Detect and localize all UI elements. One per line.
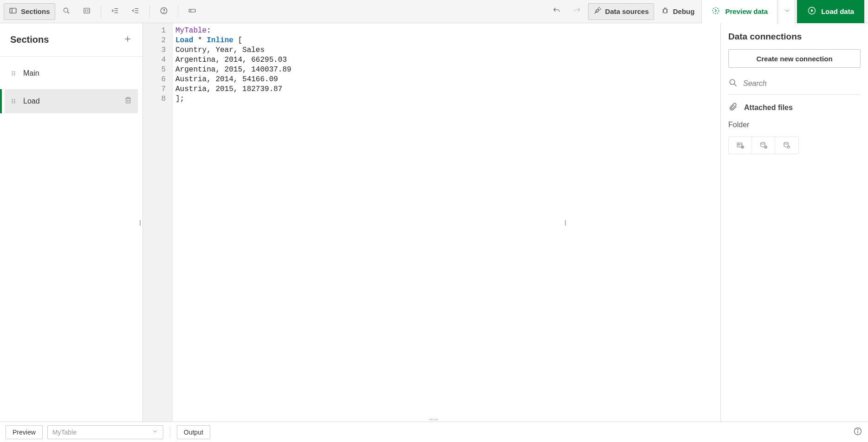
field-icon: [188, 6, 196, 16]
bottom-divider: [170, 426, 170, 438]
load-data-label: Load data: [821, 7, 854, 15]
code-content[interactable]: MyTable:Load * Inline [Country, Year, Sa…: [173, 23, 720, 422]
svg-point-38: [12, 99, 13, 100]
data-sources-label: Data sources: [605, 7, 649, 15]
preview-dropdown-button[interactable]: [779, 0, 795, 23]
svg-point-40: [12, 103, 13, 104]
line-number: 6: [143, 75, 172, 84]
line-number: 3: [143, 46, 172, 55]
delete-section-button[interactable]: [124, 96, 132, 106]
preview-icon: [711, 6, 720, 17]
chevron-down-icon: [152, 428, 158, 436]
add-section-button[interactable]: [123, 34, 132, 45]
svg-line-24: [667, 9, 667, 10]
paperclip-icon: [728, 102, 738, 113]
svg-line-19: [595, 12, 596, 13]
svg-rect-0: [10, 8, 16, 13]
output-tab-button[interactable]: Output: [177, 425, 210, 439]
svg-line-48: [734, 84, 737, 86]
attached-files-header: Attached files: [728, 102, 861, 113]
svg-point-55: [784, 143, 788, 144]
preview-data-button[interactable]: Preview data: [701, 0, 777, 23]
folder-label: Folder: [728, 121, 861, 129]
preview-data-label: Preview data: [725, 7, 768, 15]
code-line[interactable]: Load * Inline [: [175, 36, 718, 46]
sections-toggle-button[interactable]: Sections: [4, 3, 55, 20]
svg-line-18: [600, 9, 601, 10]
toolbar-divider: [149, 6, 150, 18]
drag-handle-icon[interactable]: [10, 98, 17, 104]
svg-point-34: [12, 75, 13, 76]
bottom-panel-resize-handle[interactable]: ══: [429, 416, 439, 422]
panel-resize-handle-left[interactable]: ||: [139, 219, 143, 226]
svg-point-37: [14, 75, 15, 76]
preview-table-select[interactable]: MyTable: [47, 425, 163, 439]
edit-connection-button[interactable]: [775, 137, 798, 154]
svg-point-27: [713, 7, 719, 13]
line-number: 1: [143, 26, 172, 36]
code-line[interactable]: MyTable:: [175, 26, 718, 36]
outdent-button[interactable]: [126, 3, 145, 20]
sections-toggle-label: Sections: [21, 7, 50, 15]
svg-point-42: [14, 101, 15, 102]
svg-line-17: [598, 7, 599, 8]
svg-marker-29: [811, 9, 813, 13]
select-data-button[interactable]: [729, 137, 752, 154]
insert-script-button[interactable]: [752, 137, 775, 154]
section-item-label: Main: [23, 69, 39, 78]
svg-rect-4: [84, 8, 90, 13]
code-line[interactable]: Argentina, 2015, 140037.89: [175, 65, 718, 75]
indent-button[interactable]: [106, 3, 124, 20]
section-list: Main Load: [0, 57, 143, 118]
svg-point-36: [14, 73, 15, 74]
svg-point-20: [663, 9, 667, 13]
search-button[interactable]: [57, 3, 76, 20]
sections-panel: Sections Main Load: [0, 23, 143, 422]
svg-rect-44: [126, 98, 130, 103]
script-editor[interactable]: 12345678 MyTable:Load * Inline [Country,…: [143, 23, 720, 422]
comment-icon: [83, 6, 91, 16]
connections-search-input[interactable]: [742, 79, 861, 88]
create-connection-button[interactable]: Create new connection: [728, 49, 861, 68]
svg-line-26: [667, 12, 667, 13]
redo-button[interactable]: [568, 3, 586, 20]
preview-tab-button[interactable]: Preview: [6, 425, 43, 439]
svg-point-58: [857, 429, 858, 430]
code-line[interactable]: ];: [175, 94, 718, 104]
svg-point-47: [730, 79, 735, 84]
load-data-button[interactable]: Load data: [797, 0, 864, 23]
help-icon: [160, 6, 168, 16]
panel-icon: [9, 6, 17, 16]
svg-point-2: [64, 8, 68, 12]
line-number: 5: [143, 65, 172, 75]
comment-toggle-button[interactable]: [78, 3, 96, 20]
section-item-load[interactable]: Load: [5, 89, 138, 113]
line-number: 2: [143, 36, 172, 46]
search-icon: [728, 78, 738, 89]
svg-point-35: [14, 72, 15, 72]
data-connections-title: Data connections: [728, 32, 861, 42]
code-line[interactable]: Austria, 2014, 54166.09: [175, 75, 718, 84]
drag-handle-icon[interactable]: [10, 70, 17, 77]
info-button[interactable]: [853, 427, 862, 437]
code-line[interactable]: Country, Year, Sales: [175, 46, 718, 55]
data-sources-button[interactable]: Data sources: [588, 3, 654, 20]
debug-button[interactable]: Debug: [656, 3, 700, 20]
svg-point-32: [12, 72, 13, 72]
section-item-main[interactable]: Main: [5, 61, 138, 85]
code-line[interactable]: Argentina, 2014, 66295.03: [175, 55, 718, 65]
plug-icon: [593, 6, 602, 16]
attached-files-label: Attached files: [744, 104, 793, 112]
panel-resize-handle-right[interactable]: ||: [564, 219, 568, 226]
undo-button[interactable]: [547, 3, 566, 20]
help-button[interactable]: [155, 3, 173, 20]
svg-point-41: [14, 99, 15, 100]
search-icon: [62, 6, 71, 16]
debug-label: Debug: [673, 7, 695, 15]
section-item-label: Load: [23, 97, 40, 105]
svg-point-39: [12, 101, 13, 102]
svg-rect-15: [189, 9, 195, 12]
insert-button[interactable]: [183, 3, 201, 20]
bug-icon: [661, 6, 669, 16]
code-line[interactable]: Austria, 2015, 182739.87: [175, 84, 718, 94]
